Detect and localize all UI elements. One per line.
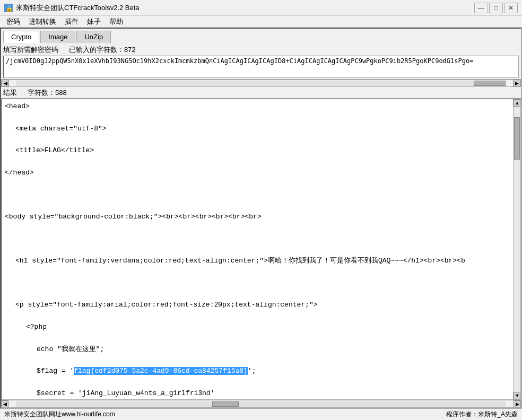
bottom-hscroll-right-arrow[interactable]: ▶ bbox=[514, 400, 521, 408]
result-vscrollbar[interactable]: ▲ ▼ bbox=[513, 99, 520, 399]
code-line-7: <h1 style="font-family:verdana;color:red… bbox=[15, 256, 510, 267]
menu-bar: 密码 进制转换 插件 妹子 帮助 bbox=[0, 16, 522, 28]
menu-item-girl[interactable]: 妹子 bbox=[83, 16, 105, 28]
code-line-8 bbox=[5, 278, 510, 289]
result-hscrollbar[interactable]: ◀ ▶ bbox=[1, 400, 521, 407]
app-icon: 🔒 bbox=[4, 4, 13, 12]
code-line-1: <meta charset="utf-8"> bbox=[15, 124, 510, 135]
window-title: 米斯特安全团队CTFcrackToolsv2.2 Beta bbox=[16, 3, 140, 13]
vscroll-thumb[interactable] bbox=[514, 117, 520, 160]
code-line-10: <?php bbox=[26, 322, 510, 333]
close-button[interactable]: ✕ bbox=[504, 3, 518, 13]
minimize-button[interactable]: — bbox=[474, 3, 488, 13]
result-label: 结果 bbox=[3, 88, 17, 98]
input-textarea[interactable]: /jcmV0ID0gJ2ppQW5nX0x1eXVhbI93NG5Oc19hX2… bbox=[4, 56, 518, 77]
title-bar-left: 🔒 米斯特安全团队CTFcrackToolsv2.2 Beta bbox=[4, 3, 140, 13]
result-char-count: 字符数：588 bbox=[28, 88, 67, 98]
menu-item-password[interactable]: 密码 bbox=[2, 16, 24, 28]
menu-item-help[interactable]: 帮助 bbox=[105, 16, 127, 28]
code-line-0: <head> bbox=[5, 101, 510, 112]
result-label-row: 结果 字符数：588 bbox=[1, 87, 521, 99]
result-content-area[interactable]: <head> <meta charset="utf-8"> <title>FLA… bbox=[2, 99, 513, 399]
code-line-13: $secret = 'jiAng_Luyuan_w4nts_a_g1rlfri3… bbox=[37, 388, 510, 399]
hscroll-right-arrow[interactable]: ▶ bbox=[513, 80, 520, 87]
input-label: 填写所需解密密码 bbox=[3, 45, 58, 55]
title-bar: 🔒 米斯特安全团队CTFcrackToolsv2.2 Beta — □ ✕ bbox=[0, 0, 522, 16]
result-content-wrapper: <head> <meta charset="utf-8"> <title>FLA… bbox=[1, 99, 521, 400]
code-line-12: $flag = 'flag{edf2d075-5a2c-4ad9-86cd-ea… bbox=[37, 366, 510, 377]
maximize-button[interactable]: □ bbox=[489, 3, 503, 13]
code-line-4 bbox=[5, 189, 510, 200]
vscroll-track bbox=[514, 107, 520, 392]
footer-website: 米斯特安全团队网址www.hi-ourlife.com bbox=[4, 410, 115, 419]
tab-bar: Crypto Image UnZip bbox=[1, 29, 521, 43]
footer-author: 程序作者：米斯特_A先森 bbox=[446, 410, 518, 419]
menu-item-plugins[interactable]: 插件 bbox=[60, 16, 83, 28]
bottom-hscroll-thumb[interactable] bbox=[212, 401, 239, 407]
code-line-2: <title>FLAG</title> bbox=[15, 145, 510, 156]
footer: 米斯特安全团队网址www.hi-ourlife.com 程序作者：米斯特_A先森 bbox=[0, 408, 522, 420]
vscroll-up-arrow[interactable]: ▲ bbox=[514, 99, 521, 107]
hscroll-left-arrow[interactable]: ◀ bbox=[2, 80, 9, 87]
vscroll-down-arrow[interactable]: ▼ bbox=[514, 392, 521, 399]
input-label-row: 填写所需解密密码 已输入的字符数：872 bbox=[3, 44, 519, 56]
input-box-wrapper: /jcmV0ID0gJ2ppQW5nX0x1eXVhbI93NG5Oc19hX2… bbox=[3, 56, 519, 78]
svg-text:🔒: 🔒 bbox=[5, 4, 13, 12]
tab-image[interactable]: Image bbox=[40, 31, 75, 43]
main-window: Crypto Image UnZip 填写所需解密密码 已输入的字符数：872 … bbox=[0, 28, 522, 408]
code-line-6 bbox=[5, 234, 510, 245]
bottom-hscroll-track bbox=[16, 401, 506, 407]
hscroll-track bbox=[16, 81, 506, 86]
menu-item-base-convert[interactable]: 进制转换 bbox=[24, 16, 60, 28]
window-controls: — □ ✕ bbox=[474, 3, 518, 13]
code-line-5: <body style="background-color:black;"><b… bbox=[5, 212, 510, 223]
bottom-hscroll-left-arrow[interactable]: ◀ bbox=[1, 400, 8, 408]
code-line-3: </head> bbox=[5, 168, 510, 179]
input-hscrollbar[interactable]: ◀ ▶ bbox=[1, 80, 521, 87]
code-line-9: <p style="font-family:arial;color:red;fo… bbox=[15, 300, 510, 311]
code-line-11: echo "我就在这里"; bbox=[37, 344, 510, 355]
result-section: 结果 字符数：588 <head> <meta charset="utf-8">… bbox=[1, 87, 521, 407]
flag-highlight: flag{edf2d075-5a2c-4ad9-86cd-ea84257f15a… bbox=[74, 367, 248, 375]
hscroll-thumb[interactable] bbox=[474, 81, 506, 86]
tab-crypto[interactable]: Crypto bbox=[3, 31, 39, 43]
char-count-label: 已输入的字符数：872 bbox=[69, 45, 136, 55]
tab-unzip[interactable]: UnZip bbox=[76, 31, 111, 43]
input-section: 填写所需解密密码 已输入的字符数：872 /jcmV0ID0gJ2ppQW5nX… bbox=[1, 43, 521, 80]
